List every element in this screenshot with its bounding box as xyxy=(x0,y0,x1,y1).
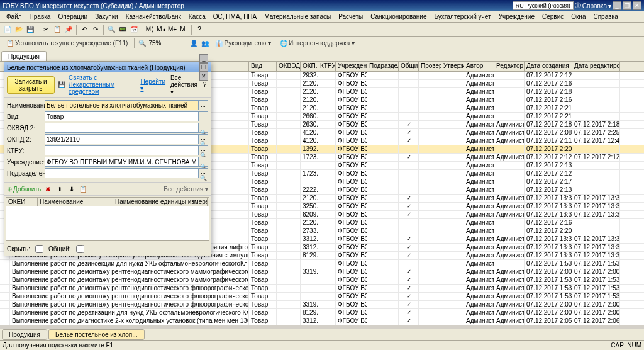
find-icon[interactable]: 🔍 xyxy=(106,25,116,35)
table-row[interactable]: Выполнение работ по дезинсекции для нужд… xyxy=(0,260,644,268)
dialog-title-bar[interactable]: Белье постельное из хлопчатобумажных тка… xyxy=(4,62,211,72)
language-badge[interactable]: RU Русский (Россия) xyxy=(513,1,574,10)
col-header[interactable]: Подразделение xyxy=(367,62,399,71)
restore-button[interactable]: ❐ xyxy=(623,1,631,10)
lookup-name-button[interactable]: ... xyxy=(198,100,208,110)
zoom-value[interactable]: 75% xyxy=(148,40,161,47)
col-header[interactable]: КТРУ xyxy=(318,62,336,71)
copy-row-icon[interactable]: 📋 xyxy=(78,184,88,194)
menu-14[interactable]: Справка xyxy=(589,12,621,21)
col-header[interactable]: Утвержден xyxy=(441,62,464,71)
input-podr[interactable] xyxy=(45,168,199,178)
input-okpd[interactable] xyxy=(45,134,199,144)
set-org-link[interactable]: 📋 Установить текущее учреждение (F11) xyxy=(3,38,131,48)
input-name[interactable] xyxy=(45,100,199,110)
save-icon[interactable]: 💾 xyxy=(25,25,35,35)
col-header[interactable]: Дата редактирования xyxy=(572,62,620,71)
open-icon[interactable]: 📂 xyxy=(14,25,24,35)
lookup-okpd-button[interactable]: ...🔍 xyxy=(198,134,208,144)
user-icon[interactable]: 👤 xyxy=(189,38,199,48)
menu-5[interactable]: Касса xyxy=(185,12,209,21)
lookup-uchr-button[interactable]: ...🔍 xyxy=(198,157,208,167)
input-vid[interactable] xyxy=(45,111,199,121)
col-header[interactable]: Проверен xyxy=(419,62,441,71)
manager-link[interactable]: 👔 Руководителю ▾ xyxy=(211,38,275,48)
col-header[interactable]: ОКВЭД 2 xyxy=(277,62,301,71)
menu-7[interactable]: Материальные запасы xyxy=(260,12,335,21)
col-header[interactable]: Редактор xyxy=(494,62,525,71)
nav-add-icon[interactable]: M+ xyxy=(167,25,177,35)
copy-icon[interactable]: 📋 xyxy=(52,25,62,35)
new-icon[interactable]: 📄 xyxy=(3,25,13,35)
menu-12[interactable]: Сервис xyxy=(538,12,567,21)
save-icon[interactable]: 💾 xyxy=(57,80,66,90)
table-row[interactable]: Выполнение работ по демонтажу рентгеноди… xyxy=(0,285,644,293)
table-row[interactable]: Выполнение работ по демонтажу рентгеноди… xyxy=(0,293,644,301)
nav-del-icon[interactable]: M- xyxy=(179,25,189,35)
table-row[interactable]: Выполнение работ по дератизации для нужд… xyxy=(0,309,644,317)
checkbox-common[interactable] xyxy=(76,245,84,253)
col-header[interactable]: Вид xyxy=(249,62,277,71)
menu-0[interactable]: Файл xyxy=(3,12,26,21)
menu-3[interactable]: Закупки xyxy=(91,12,121,21)
dialog-restore-icon[interactable]: ❐ xyxy=(199,63,208,72)
calc-icon[interactable]: 📟 xyxy=(118,25,128,35)
input-uchr[interactable] xyxy=(45,157,199,167)
menu-10[interactable]: Бухгалтерский учет xyxy=(431,12,495,21)
menu-4[interactable]: Казначейство/Банк xyxy=(122,12,185,21)
close-button[interactable]: ✕ xyxy=(633,1,641,10)
add-row-link[interactable]: ⊕ Добавить xyxy=(7,186,41,193)
lookup-ktru-button[interactable]: ...🔍 xyxy=(198,145,208,155)
lookup-vid-button[interactable]: ... xyxy=(198,111,208,121)
btab-item[interactable]: Белье постельное из хлоп... xyxy=(48,329,145,340)
menu-13[interactable]: Окна xyxy=(567,12,589,21)
help-link[interactable]: ⓘ Справка ▾ xyxy=(575,1,611,10)
delete-row-icon[interactable]: ✖ xyxy=(43,184,53,194)
col-header[interactable]: Дата создания xyxy=(525,62,572,71)
menu-6[interactable]: ОС, НМА, НПА xyxy=(209,12,260,21)
col-header[interactable]: Общий xyxy=(399,62,419,71)
input-okved[interactable] xyxy=(45,123,199,133)
lookup-okved-button[interactable]: ...🔍 xyxy=(198,123,208,133)
menu-1[interactable]: Правка xyxy=(26,12,55,21)
toolbar-secondary: 📋 Установить текущее учреждение (F11) 🔍 … xyxy=(0,37,644,50)
col-header[interactable]: Учреждение xyxy=(336,62,367,71)
table-row[interactable]: Выполнение работ по демонтажу рентгеноди… xyxy=(0,268,644,276)
undo-icon[interactable]: ↶ xyxy=(79,25,89,35)
calendar-icon[interactable]: 📅 xyxy=(129,25,139,35)
paste-icon[interactable]: 📌 xyxy=(64,25,74,35)
zoom-icon[interactable]: 🔍 xyxy=(137,38,147,48)
units-subgrid[interactable]: ОКЕИНаименованиеНаименование единицы изм… xyxy=(6,197,209,241)
cut-icon[interactable]: ✂ xyxy=(41,25,51,35)
lookup-podr-button[interactable]: ...🔍 xyxy=(198,168,208,178)
link-all-actions[interactable]: Все действия ▾ xyxy=(170,74,199,95)
all-actions-link[interactable]: Все действия ▾ xyxy=(164,186,208,193)
checkbox-hide[interactable] xyxy=(35,245,43,253)
table-row[interactable]: Выполнение работ по демонтажу рентгеноди… xyxy=(0,276,644,285)
tab-products[interactable]: Продукция xyxy=(1,51,47,61)
dialog-minimize-icon[interactable]: _ xyxy=(199,54,208,63)
internet-support-link[interactable]: 🌐 Интернет-поддержка ▾ xyxy=(276,38,358,48)
minimize-button[interactable]: _ xyxy=(613,1,621,10)
table-row[interactable]: Выполнение работ по диагностике 2-х холо… xyxy=(0,317,644,325)
menu-11[interactable]: Учреждение xyxy=(495,12,538,21)
link-goto[interactable]: Перейти ▾ xyxy=(140,78,165,92)
col-header[interactable]: Автор xyxy=(464,62,494,71)
menu-8[interactable]: Расчеты xyxy=(335,12,367,21)
redo-icon[interactable]: ↷ xyxy=(91,25,101,35)
link-connect-med[interactable]: Связать с Лекарственным средством xyxy=(69,74,138,95)
help-icon[interactable]: ? xyxy=(194,25,204,35)
menu-9[interactable]: Санкционирование xyxy=(367,12,430,21)
input-ktru[interactable] xyxy=(45,145,199,155)
btab-products[interactable]: Продукция xyxy=(2,329,47,340)
save-close-button[interactable]: Записать и закрыть xyxy=(7,76,55,94)
col-header[interactable]: ОКП... xyxy=(301,62,318,71)
move-down-icon[interactable]: ⬇ xyxy=(67,184,77,194)
menu-2[interactable]: Операции xyxy=(54,12,91,21)
table-row[interactable]: Выполнение работ по демонтажу рентгеноди… xyxy=(0,301,644,309)
users-icon[interactable]: 👥 xyxy=(200,38,210,48)
help-icon[interactable]: ? xyxy=(201,80,208,90)
nav-prev-icon[interactable]: M◂ xyxy=(156,25,166,35)
nav-first-icon[interactable]: M⟨ xyxy=(145,25,155,35)
move-up-icon[interactable]: ⬆ xyxy=(55,184,65,194)
